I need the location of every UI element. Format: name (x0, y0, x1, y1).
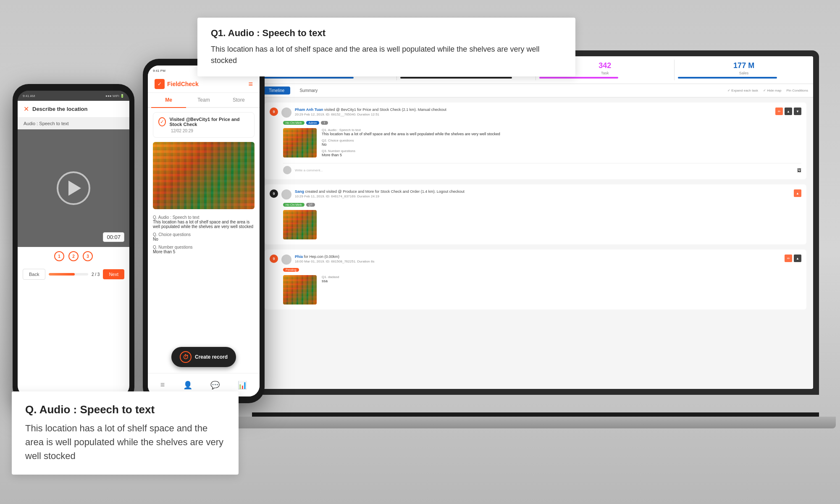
timeline-item-2-header: 9 Sang created and visited @ Produce and… (270, 189, 801, 200)
laptop-screen-outer: 10 Active Users 58 Check-in 342 Task (252, 50, 819, 395)
audio-timer: 00:07 (103, 232, 124, 242)
action-btn-3[interactable]: ▲ (794, 255, 801, 262)
action-btn-2[interactable]: ▲ (794, 189, 801, 197)
timeline-dot-2: 9 (270, 189, 278, 198)
user-name-3: Phia (295, 255, 303, 259)
visit-check-row: ✓ Visited @BevCity1 for Price and Stock … (158, 117, 249, 127)
tag-pending-3: Pending (283, 268, 299, 272)
laptop-tabs-bar: Timeline Summary ✓ Expand each task ✓ Hi… (258, 84, 813, 97)
phone-left-title: Describe the location (32, 106, 87, 112)
action-btn-1a[interactable]: ▲ (785, 108, 792, 115)
store-image (153, 142, 255, 209)
timeline-item-2-qa (322, 210, 801, 239)
timeline-item-2-actions: ▲ (794, 189, 801, 197)
tooltip-top-title: Q1. Audio : Speech to text (211, 28, 562, 39)
tooltip-bottom: Q. Audio : Speech to text This location … (12, 391, 239, 475)
timeline-dot-1: 9 (270, 108, 278, 116)
logo-check-text: Check (181, 81, 199, 87)
step-3: 3 (83, 251, 93, 261)
phone-middle-screen: 9:41 PM ●●● WiFi 🔋 ✓ FieldCheck ≡ Me Tea… (148, 66, 260, 396)
tag-qt-2: QT (306, 203, 315, 207)
q1-label: Q. Audio : Speech to text (153, 215, 255, 220)
create-record-button[interactable]: ⏱ Create record (171, 347, 236, 367)
phone-left-nav: Back 2 / 3 Next (18, 265, 129, 283)
tooltip-bottom-title: Q. Audio : Speech to text (25, 403, 225, 416)
tab-summary[interactable]: Summary (294, 87, 323, 94)
progress-fill (49, 273, 75, 276)
timeline-item-3-tags: Pending (283, 268, 801, 272)
bottom-chat-icon[interactable]: 💬 (210, 381, 220, 390)
laptop-hinge (252, 412, 819, 417)
phone-left-signal: ●●● WiFi 🔋 (105, 94, 124, 98)
play-button[interactable] (57, 171, 90, 205)
sales-number: 177 M (678, 61, 810, 70)
tab-me[interactable]: Me (151, 93, 186, 107)
next-button[interactable]: Next (103, 269, 124, 279)
timeline-item-2-tags: Ho Chi Minh QT (283, 203, 801, 207)
bottom-list-icon[interactable]: ≡ (160, 381, 165, 389)
qa-1-3-label: Q3. Number questions (322, 149, 801, 153)
qa-row-1: Q. Audio : Speech to text This location … (153, 215, 255, 229)
active-users-bar (261, 77, 354, 79)
timeline-item-3-text: Phia for Hep.con (0.00km) 16:00 Mar 01, … (295, 255, 781, 263)
comment-placeholder-1[interactable]: Write a comment... (295, 168, 797, 172)
fieldcheck-logo: ✓ FieldCheck (155, 79, 199, 89)
edit-button-1[interactable]: ✏ (775, 108, 783, 115)
timeline-item-1-body: Q1. Audio : Speech to text This location… (283, 128, 801, 160)
sales-label: Sales (678, 71, 810, 75)
edit-btn-3[interactable]: ✏ (785, 255, 792, 262)
step-2: 2 (68, 251, 79, 261)
action-btn-1b[interactable]: ▼ (794, 108, 801, 115)
phone-left-header: ✕ Describe the location (18, 101, 129, 118)
progress-label: 2 / 3 (92, 272, 100, 277)
q3-label: Q. Number questions (153, 245, 255, 249)
user-avatar-2 (281, 189, 291, 200)
timeline-dot-3: 9 (270, 255, 278, 263)
timeline-item-3-header: 9 Phia for Hep.con (0.00km) 16:00 Mar 01… (270, 255, 801, 265)
qa-row-3: Q. Number questions More than 5 (153, 245, 255, 254)
user-avatar-1 (281, 108, 291, 118)
tag-admin-1: Admin (306, 121, 320, 125)
user-name-1: Pham Anh Tuan (295, 108, 323, 112)
timeline-item-1-meta: 20:29 Feb 12, 2019. ID: 68152__765040. D… (295, 113, 772, 116)
close-icon[interactable]: ✕ (24, 105, 29, 113)
timeline-item-3-actions: ✏ ▲ (785, 255, 801, 262)
qa-1-1-answer: This location has a lot of shelf space a… (322, 132, 801, 136)
play-icon (68, 181, 81, 196)
phone-left: 9:41 AM ●●● WiFi 🔋 ✕ Describe the locati… (13, 84, 134, 403)
qa-item-1-3: Q3. Number questions More than 5 (322, 149, 801, 157)
image-upload-icon[interactable]: 🖼 (797, 168, 801, 173)
q2-label: Q. Choice questions (153, 232, 255, 237)
bottom-chart-icon[interactable]: 📊 (238, 381, 247, 390)
tag-hcm-1: Ho Chi Minh (283, 121, 304, 125)
visit-title: Visited @BevCity1 for Price and Stock Ch… (169, 117, 249, 127)
laptop-content: 10 Active Users 58 Check-in 342 Task (258, 56, 813, 389)
tab-timeline[interactable]: Timeline (263, 87, 290, 94)
hamburger-menu[interactable]: ≡ (248, 80, 253, 89)
phone-middle: 9:41 PM ●●● WiFi 🔋 ✓ FieldCheck ≡ Me Tea… (143, 59, 265, 403)
q3-answer: More than 5 (153, 249, 255, 254)
timeline-item-1-tags: Ho Chi Minh Admin T (283, 121, 801, 125)
store-image-1-inner (283, 128, 317, 158)
timeline-item-3: 9 Phia for Hep.con (0.00km) 16:00 Mar 01… (265, 249, 806, 310)
logo-field: Field (167, 81, 181, 87)
qa-section: Q. Audio : Speech to text This location … (148, 213, 260, 260)
q1-answer: This location has a lot of shelf space a… (153, 220, 255, 229)
laptop-screen-inner: 10 Active Users 58 Check-in 342 Task (258, 56, 813, 389)
tooltip-bottom-body: This location has a lot of shelf space a… (25, 421, 225, 463)
tooltip-top-body: This location has a lot of shelf space a… (211, 44, 562, 66)
bottom-person-icon[interactable]: 👤 (183, 381, 192, 390)
timeline-item-1: 9 Pham Anh Tuan visited @ BevCity1 for P… (265, 102, 806, 179)
hide-map-option: ✓ Hide map (763, 89, 781, 92)
comment-box-1: Write a comment... 🖼 (283, 163, 801, 174)
phone-left-content: ✕ Describe the location Audio : Speech t… (18, 101, 129, 396)
qa-3-1-answer: ssa (322, 279, 801, 283)
progress-bar (49, 273, 88, 276)
tab-team[interactable]: Team (186, 93, 221, 107)
tab-store[interactable]: Store (221, 93, 256, 107)
qa-1-2-answer: No (322, 142, 801, 147)
back-button[interactable]: Back (23, 269, 45, 280)
logo-text: FieldCheck (167, 81, 199, 87)
qa-1-2-label: Q2. Choice questions (322, 139, 801, 142)
create-icon: ⏱ (180, 351, 192, 363)
